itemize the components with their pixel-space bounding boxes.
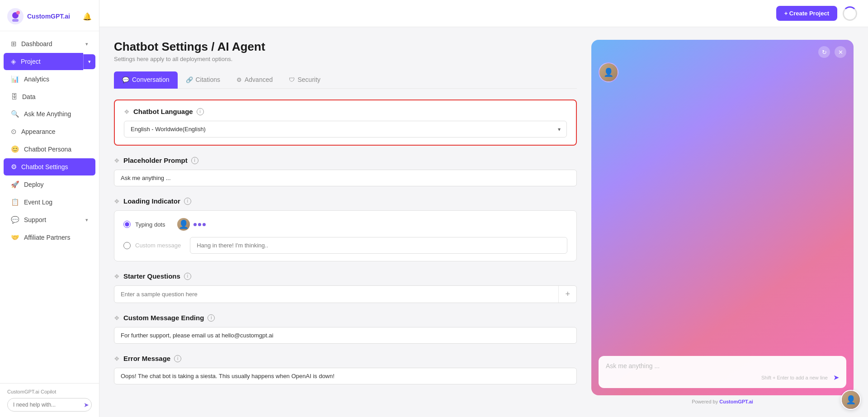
starter-add-button[interactable]: + bbox=[558, 286, 576, 303]
loading-indicator-info-icon[interactable]: i bbox=[184, 198, 191, 205]
citations-icon: 🔗 bbox=[186, 76, 193, 83]
starter-questions-input-wrap: + bbox=[114, 285, 577, 303]
main-area: + Create Project Chatbot Settings / AI A… bbox=[99, 0, 868, 417]
sidebar-item-ask-me-anything[interactable]: 🔍 Ask Me Anything bbox=[4, 105, 95, 123]
sidebar-item-label: Event Log bbox=[24, 199, 52, 206]
project-button[interactable]: ◈ Project bbox=[4, 53, 83, 70]
chatbot-language-info-icon[interactable]: i bbox=[197, 108, 204, 115]
sidebar-nav: ⊞ Dashboard ▾ ◈ Project ▾ 📊 Analytics 🗄 … bbox=[0, 31, 99, 383]
chat-preview-input-area: Ask me anything ... Shift + Enter to add… bbox=[591, 356, 854, 395]
custom-message-ending-title: Custom Message Ending bbox=[123, 314, 204, 322]
typing-dots-option: Typing dots 👤 bbox=[123, 218, 567, 231]
data-icon: 🗄 bbox=[11, 93, 18, 100]
sidebar-item-deploy[interactable]: 🚀 Deploy bbox=[4, 176, 95, 193]
tab-citations[interactable]: 🔗 Citations bbox=[178, 71, 228, 89]
sidebar-item-analytics[interactable]: 📊 Analytics bbox=[4, 71, 95, 88]
chat-input-footer: Shift + Enter to add a new line ➤ bbox=[606, 373, 839, 382]
tab-conversation[interactable]: 💬 Conversation bbox=[114, 71, 178, 89]
sidebar-item-support[interactable]: 💬 Support ▾ bbox=[4, 211, 95, 228]
placeholder-prompt-input[interactable] bbox=[114, 170, 577, 186]
language-select[interactable]: English - Worldwide(English) Spanish Fre… bbox=[124, 121, 567, 137]
sidebar-logo: CustomGPT.ai 🔔 bbox=[0, 0, 99, 31]
custom-message-radio[interactable] bbox=[123, 242, 131, 249]
placeholder-prompt-section: ❖ Placeholder Prompt i bbox=[114, 156, 577, 186]
chat-preview: ↻ ✕ 👤 Ask me anything ... Shift + Enter … bbox=[591, 40, 854, 395]
tab-label: Advanced bbox=[245, 76, 273, 83]
starter-question-input[interactable] bbox=[114, 286, 558, 302]
typing-dots-label: Typing dots bbox=[135, 221, 165, 228]
copilot-section: CustomGPT.ai Copilot ➤ bbox=[0, 383, 99, 417]
loading-spinner bbox=[843, 6, 857, 21]
custom-message-ending-header: ❖ Custom Message Ending i bbox=[114, 314, 577, 322]
project-icon: ◈ bbox=[11, 57, 16, 66]
close-icon[interactable]: ✕ bbox=[835, 46, 846, 58]
starter-questions-title: Starter Questions bbox=[123, 272, 180, 280]
drag-icon: ❖ bbox=[114, 273, 120, 280]
tab-advanced[interactable]: ⚙ Advanced bbox=[228, 71, 281, 89]
dashboard-icon: ⊞ bbox=[11, 40, 17, 48]
custom-message-input[interactable] bbox=[190, 237, 567, 254]
deploy-icon: 🚀 bbox=[11, 180, 19, 189]
drag-icon: ❖ bbox=[114, 314, 120, 322]
placeholder-prompt-info-icon[interactable]: i bbox=[191, 157, 198, 164]
sidebar-item-label: Ask Me Anything bbox=[24, 110, 71, 118]
starter-questions-section: ❖ Starter Questions i + bbox=[114, 272, 577, 303]
chat-send-icon[interactable]: ➤ bbox=[833, 373, 839, 382]
sidebar-item-affiliate-partners[interactable]: 🤝 Affiliate Partners bbox=[4, 229, 95, 246]
custom-message-label: Custom message bbox=[135, 242, 181, 249]
loading-indicator-section: ❖ Loading Indicator i Typing dots 👤 bbox=[114, 197, 577, 261]
sidebar-item-label: Affiliate Partners bbox=[24, 234, 70, 241]
typing-avatar: 👤 bbox=[177, 218, 190, 231]
settings-icon: ⚙ bbox=[11, 163, 17, 171]
error-message-info-icon[interactable]: i bbox=[174, 355, 181, 362]
custom-message-ending-section: ❖ Custom Message Ending i bbox=[114, 314, 577, 344]
sidebar-item-data[interactable]: 🗄 Data bbox=[4, 88, 95, 105]
typing-dots-animation bbox=[193, 223, 206, 226]
typing-dots-preview: 👤 bbox=[177, 218, 206, 231]
drag-icon: ❖ bbox=[114, 157, 120, 164]
svg-point-3 bbox=[16, 11, 20, 14]
copilot-input[interactable] bbox=[13, 402, 81, 408]
sidebar-item-chatbot-persona[interactable]: 😊 Chatbot Persona bbox=[4, 141, 95, 158]
error-message-input[interactable] bbox=[114, 368, 577, 384]
chat-input-placeholder: Ask me anything ... bbox=[606, 362, 839, 370]
loading-indicator-header: ❖ Loading Indicator i bbox=[114, 197, 577, 205]
avatar-face-bottom: 👤 bbox=[842, 391, 860, 409]
sidebar-item-chatbot-settings[interactable]: ⚙ Chatbot Settings bbox=[4, 158, 95, 175]
tab-label: Security bbox=[297, 76, 321, 83]
advanced-icon: ⚙ bbox=[236, 76, 242, 83]
svg-rect-2 bbox=[12, 19, 19, 22]
floating-avatar[interactable]: 👤 bbox=[841, 390, 861, 410]
sidebar-item-appearance[interactable]: ⊙ Appearance bbox=[4, 123, 95, 140]
copilot-input-wrap: ➤ bbox=[7, 398, 92, 412]
typing-dots-radio[interactable] bbox=[123, 221, 131, 228]
analytics-icon: 📊 bbox=[11, 75, 19, 83]
persona-icon: 😊 bbox=[11, 145, 19, 153]
send-icon[interactable]: ➤ bbox=[84, 401, 89, 408]
custom-message-ending-info-icon[interactable]: i bbox=[208, 314, 215, 322]
dot-3 bbox=[203, 223, 206, 226]
sidebar-item-label: Dashboard bbox=[21, 40, 52, 47]
bell-icon[interactable]: 🔔 bbox=[83, 12, 92, 21]
language-select-wrapper: English - Worldwide(English) Spanish Fre… bbox=[124, 121, 567, 137]
tab-security[interactable]: 🛡 Security bbox=[281, 71, 329, 89]
sidebar: CustomGPT.ai 🔔 ⊞ Dashboard ▾ ◈ Project ▾… bbox=[0, 0, 99, 417]
dot-1 bbox=[193, 223, 197, 226]
dot-2 bbox=[198, 223, 201, 226]
logo-icon bbox=[7, 8, 24, 24]
topbar: + Create Project bbox=[99, 0, 868, 27]
chatbot-language-box: ❖ Chatbot Language i English - Worldwide… bbox=[114, 100, 577, 146]
sidebar-item-dashboard[interactable]: ⊞ Dashboard ▾ bbox=[4, 35, 95, 52]
sidebar-item-event-log[interactable]: 📋 Event Log bbox=[4, 194, 95, 211]
chevron-down-icon: ▾ bbox=[85, 41, 88, 47]
custom-message-ending-input[interactable] bbox=[114, 327, 577, 344]
sidebar-item-label: Support bbox=[24, 216, 46, 223]
page-subtitle: Settings here apply to all deployment op… bbox=[114, 56, 577, 62]
starter-questions-info-icon[interactable]: i bbox=[184, 273, 191, 280]
refresh-icon[interactable]: ↻ bbox=[818, 46, 830, 58]
project-dropdown-button[interactable]: ▾ bbox=[83, 54, 95, 69]
loading-indicator-radio-group: Typing dots 👤 bbox=[123, 218, 567, 254]
starter-questions-header: ❖ Starter Questions i bbox=[114, 272, 577, 280]
create-project-button[interactable]: + Create Project bbox=[776, 6, 837, 21]
preview-footer: Powered by CustomGPT.ai bbox=[591, 395, 854, 404]
